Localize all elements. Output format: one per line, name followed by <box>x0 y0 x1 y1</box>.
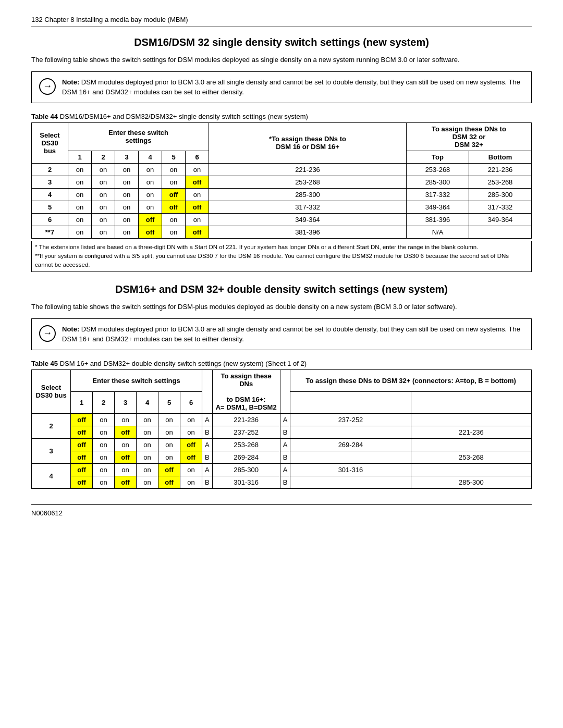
bottom-cell: 221-236 <box>469 163 532 176</box>
sw-cell: on <box>137 476 158 488</box>
dsm32-right-cell <box>411 413 531 426</box>
sw-cell: on <box>180 426 202 438</box>
top-cell: 381-396 <box>407 213 469 226</box>
dsm32-right-cell: 253-268 <box>411 451 531 463</box>
sw-cell: on <box>186 188 209 201</box>
t45-dsm32-right <box>411 391 531 413</box>
bus-cell: 4 <box>32 463 71 488</box>
t45-th-dsm32: To assign these DNs to DSM 32+ (connecto… <box>290 369 532 391</box>
sw-cell: on <box>93 426 115 438</box>
th-sw2: 2 <box>92 151 115 163</box>
table44-caption-text: DSM16/DSM16+ and DSM32/DSM32+ single den… <box>58 113 308 120</box>
dn16-cell: 221-236 <box>209 163 407 176</box>
table44: SelectDS30bus Enter these switchsettings… <box>31 122 532 239</box>
bottom-cell <box>469 226 532 238</box>
sw-cell: on <box>93 438 115 451</box>
dn16-cell: 381-396 <box>209 226 407 238</box>
dns-label-cell: A <box>280 413 290 426</box>
top-cell: 285-300 <box>407 176 469 188</box>
sw-cell: on <box>139 201 162 213</box>
note-bold: Note: <box>62 78 79 86</box>
dn16-cell: 317-332 <box>209 201 407 213</box>
sw-cell: on <box>92 213 115 226</box>
section1-title: DSM16/DSM 32 single density switch setti… <box>31 36 532 48</box>
sw-cell: off <box>139 226 162 238</box>
t45-th-select: SelectDS30 bus <box>32 369 71 413</box>
sw-cell: off <box>186 176 209 188</box>
table-row: 5 <box>32 201 68 213</box>
dsm32-left-cell: 237-252 <box>290 413 411 426</box>
dn16-cell: 253-268 <box>209 176 407 188</box>
th-bottom: Bottom <box>469 151 532 163</box>
section1-body: The following table shows the switch set… <box>31 55 532 65</box>
dsm32-left-cell: 269-284 <box>290 438 411 451</box>
section1-note-text: Note: DSM modules deployed prior to BCM … <box>62 77 524 97</box>
sw-cell: on <box>115 201 139 213</box>
page-footer: N0060612 <box>31 504 532 517</box>
table-row: 6 <box>32 213 68 226</box>
bus-cell: 3 <box>32 438 71 463</box>
top-cell: 349-364 <box>407 201 469 213</box>
t45-sw2: 2 <box>93 391 115 413</box>
bottom-cell: 317-332 <box>469 201 532 213</box>
table-row: 3 <box>32 176 68 188</box>
sw-cell: off <box>71 451 93 463</box>
bus-cell: 2 <box>32 413 71 438</box>
th-sw4: 4 <box>139 151 162 163</box>
sw-cell: off <box>71 426 93 438</box>
section2-title: DSM16+ and DSM 32+ double density switch… <box>31 283 532 295</box>
dsm32-right-cell: 285-300 <box>411 476 531 488</box>
sw-cell: on <box>115 163 139 176</box>
footer-text: N0060612 <box>31 509 63 517</box>
dns-label-cell: B <box>280 476 290 488</box>
table45: SelectDS30 bus Enter these switch settin… <box>31 369 532 489</box>
sw-cell: on <box>68 226 92 238</box>
sw-cell: on <box>115 463 137 476</box>
section2-body: The following table shows the switch set… <box>31 302 532 312</box>
dns-cell: 253-268 <box>212 438 280 451</box>
page-header-text: 132 Chapter 8 Installing a media bay mod… <box>31 16 188 23</box>
sw-cell: on <box>180 413 202 426</box>
sw-cell: on <box>180 476 202 488</box>
th-sw3: 3 <box>115 151 139 163</box>
th-sw5: 5 <box>162 151 186 163</box>
arrow-icon: → <box>39 78 56 95</box>
sw-cell: on <box>115 438 137 451</box>
section1-note-box: → Note: DSM modules deployed prior to BC… <box>31 71 532 103</box>
sw-cell: off <box>186 201 209 213</box>
sw-cell: off <box>139 213 162 226</box>
ab-cell: B <box>202 476 213 488</box>
sw-cell: on <box>158 413 180 426</box>
sw-cell: on <box>137 463 158 476</box>
arrow-icon2: → <box>39 325 56 342</box>
sw-cell: on <box>115 413 137 426</box>
sw-cell: on <box>162 226 186 238</box>
t45-th-assign-dns: To assign these DNsto DSM 16+:A= DSM1, B… <box>212 369 280 413</box>
th-assign-dsm16: *To assign these DNs toDSM 16 or DSM 16+ <box>209 122 407 163</box>
sw-cell: on <box>139 163 162 176</box>
sw-cell: off <box>115 451 137 463</box>
dsm32-right-cell <box>411 463 531 476</box>
sw-cell: on <box>93 413 115 426</box>
top-cell: 317-332 <box>407 188 469 201</box>
sw-cell: on <box>92 226 115 238</box>
th-top: Top <box>407 151 469 163</box>
page-header: 132 Chapter 8 Installing a media bay mod… <box>31 16 532 27</box>
sw-cell: on <box>162 176 186 188</box>
table44-label: Table 44 <box>31 113 58 120</box>
th-assign-dsm32-header: To assign these DNs toDSM 32 orDSM 32+ <box>407 122 532 151</box>
sw-cell: on <box>115 176 139 188</box>
ab-cell: A <box>202 413 213 426</box>
sw-cell: on <box>139 188 162 201</box>
sw-cell: on <box>162 163 186 176</box>
sw-cell: on <box>162 213 186 226</box>
sw-cell: off <box>71 413 93 426</box>
t45-th-ab <box>202 369 213 413</box>
bottom-cell: 285-300 <box>469 188 532 201</box>
note-content: DSM modules deployed prior to BCM 3.0 ar… <box>62 78 520 96</box>
dns-label-cell: B <box>280 426 290 438</box>
t45-th-ab2 <box>280 369 290 413</box>
footnote: **If your system is configured with a 3/… <box>35 252 528 270</box>
footnote: * The extensions listed are based on a t… <box>35 243 528 252</box>
top-cell: 253-268 <box>407 163 469 176</box>
